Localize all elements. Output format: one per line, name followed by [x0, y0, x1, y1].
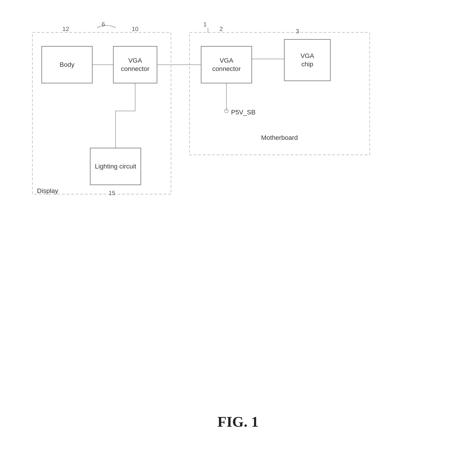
figure-caption: FIG. 1 [0, 413, 476, 430]
ref-2: 2 [220, 25, 223, 33]
motherboard-label: Motherboard [261, 134, 298, 141]
body-box: Body [42, 46, 92, 83]
ref-6: 6 [102, 21, 105, 28]
vga-connector-mb-box: VGAconnector [201, 46, 252, 83]
ref-15: 15 [109, 190, 115, 197]
ref-12: 12 [62, 25, 69, 33]
svg-point-11 [225, 109, 228, 113]
display-label: Display [37, 187, 58, 195]
vga-chip-label: VGAchip [300, 52, 314, 69]
ref-10: 10 [132, 25, 138, 33]
body-label: Body [60, 61, 74, 69]
ref-3: 3 [296, 28, 299, 35]
lighting-circuit-label: Lighting circuit [95, 162, 136, 171]
vga-chip-box: VGAchip [284, 39, 330, 81]
vga-connector-display-label: VGAconnector [121, 56, 150, 73]
p5v-sb-label: P5V_SB [231, 109, 255, 116]
vga-connector-mb-label: VGAconnector [212, 56, 241, 73]
lighting-circuit-box: Lighting circuit [90, 148, 141, 185]
vga-connector-display-box: VGAconnector [113, 46, 157, 83]
ref-1: 1 [203, 21, 206, 28]
diagram-container: Body VGAconnector Lighting circuit VGAco… [18, 14, 458, 268]
